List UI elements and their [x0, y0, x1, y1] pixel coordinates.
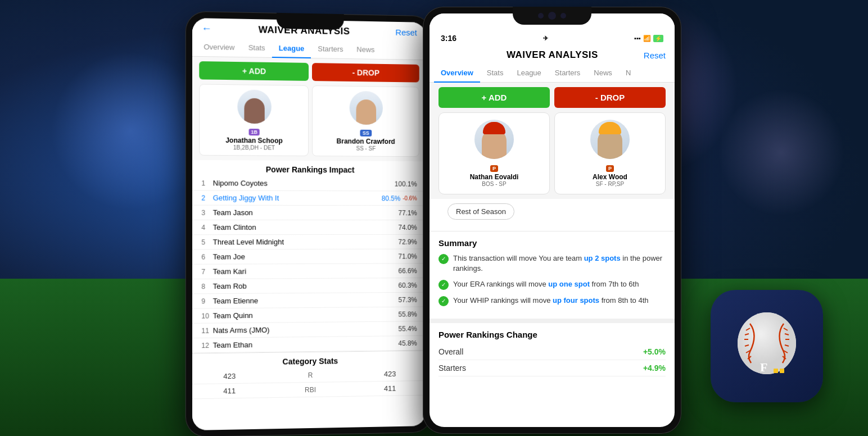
rank-name-1: Nipomo Coyotes	[213, 179, 395, 188]
rank-item-2: 2 Getting Jiggy With It 80.5% -0.6%	[192, 190, 426, 206]
app-icon-container: F	[711, 290, 823, 402]
rankings-list-1: 1 Nipomo Coyotes 100.1% 2 Getting Jiggy …	[192, 176, 426, 353]
pr-value-overall: +5.0%	[643, 347, 666, 356]
highlight-1: up 2 spots	[584, 254, 621, 262]
player-head-add-1	[244, 98, 264, 124]
player-card-drop-2[interactable]: P Alex Wood SF - RP,SP	[554, 112, 666, 194]
phone2-content: 3:16 ✈ ▪▪▪ 📶 ⚡ WAIVER ANALYSIS Reset	[430, 13, 675, 427]
player-name-drop-1: Brandon Crawford	[317, 137, 414, 146]
check-icon-3: ✓	[438, 296, 449, 306]
check-icon-1: ✓	[438, 254, 449, 264]
signal-icon: ▪▪▪	[634, 35, 641, 42]
rank-change-2: -0.6%	[403, 195, 417, 201]
category-stats-section: Category Stats 423 R 423 411 RBI 411	[192, 351, 426, 399]
rank-name-11: Nats Arms (JMO)	[213, 325, 399, 335]
reset-button-1[interactable]: Reset	[395, 28, 417, 38]
tab-overview-2[interactable]: Overview	[434, 64, 480, 83]
phone1-screen: ← WAIVER ANALYSIS Reset Overview Stats L…	[192, 18, 426, 430]
summary-item-3: ✓ Your WHIP rankings will move up four s…	[438, 296, 666, 306]
tab-starters-2[interactable]: Starters	[548, 64, 587, 83]
pr-label-overall: Overall	[438, 347, 463, 356]
back-button[interactable]: ←	[201, 22, 211, 35]
player-head-drop-1	[356, 99, 376, 125]
app-icon-svg: F	[727, 307, 806, 385]
tab-league-2[interactable]: League	[510, 64, 548, 83]
camera-dot-2	[548, 12, 556, 20]
app-icon: F	[711, 290, 823, 402]
pr-title-2: Power Rankings Change	[438, 330, 666, 339]
drop-button-2[interactable]: - DROP	[554, 87, 666, 108]
rank-name-4: Team Clinton	[213, 223, 399, 231]
tab-starters-1[interactable]: Starters	[311, 40, 350, 59]
phone2-tabs: Overview Stats League Starters News N	[430, 64, 675, 83]
gps-icon: ✈	[543, 35, 548, 42]
rank-name-3: Team Jason	[213, 208, 399, 217]
rank-name-9: Team Etienne	[213, 296, 399, 305]
summary-section: Summary ✓ This transaction will move You…	[430, 231, 675, 319]
tab-stats-2[interactable]: Stats	[480, 64, 510, 83]
player-name-add-2: Nathan Eovaldi	[444, 173, 545, 181]
tab-stats-1[interactable]: Stats	[242, 39, 272, 58]
rank-pct-1: 100.1%	[395, 180, 417, 188]
tab-news-2[interactable]: News	[587, 64, 619, 83]
tab-news-1[interactable]: News	[350, 40, 381, 60]
season-btn-container: Rest of Season	[430, 199, 675, 226]
player-name-add-1: Jonathan Schoop	[204, 136, 304, 144]
cat-row-rbi: 411 RBI 411	[192, 381, 426, 399]
player-card-add-2[interactable]: P Nathan Eovaldi BOS - SP	[438, 112, 550, 194]
status-icons: ▪▪▪ 📶 ⚡	[634, 35, 663, 42]
drop-button-1[interactable]: - DROP	[312, 63, 419, 83]
tab-overview-1[interactable]: Overview	[197, 38, 241, 58]
summary-item-1: ✓ This transaction will move You are tea…	[438, 253, 666, 274]
rank-num-9: 9	[201, 297, 213, 305]
cat-right-r: 423	[384, 369, 417, 378]
camera-dot-1	[538, 13, 544, 19]
add-button-1[interactable]: + ADD	[199, 61, 309, 81]
rank-num-12: 12	[201, 341, 213, 349]
cat-right-rbi: 411	[384, 384, 417, 393]
pr-row-starters: Starters +4.9%	[438, 360, 666, 376]
cat-left-rbi: 411	[201, 387, 236, 396]
player-name-drop-2: Alex Wood	[559, 173, 661, 181]
player-pos-drop-2: P	[606, 165, 614, 172]
status-time: 3:16	[441, 34, 456, 43]
app-icon-dot-2	[780, 369, 784, 373]
battery-icon: ⚡	[653, 35, 663, 42]
add-button-2[interactable]: + ADD	[438, 87, 550, 108]
player-pos-add-1: 1B	[248, 129, 260, 135]
rank-pct-8: 60.3%	[398, 281, 417, 289]
player-card-drop-1[interactable]: SS Brandon Crawford SS - SF	[312, 85, 419, 157]
rank-num-4: 4	[201, 223, 213, 231]
player-avatar-add-2	[474, 120, 514, 159]
rank-pct-6: 71.0%	[398, 252, 417, 260]
cat-label-rbi: RBI	[236, 385, 384, 395]
app-icon-dot-1	[774, 369, 778, 373]
player-info-drop-1: SS - SF	[317, 145, 414, 152]
cat-left-r: 423	[201, 372, 236, 381]
player-helmet-add-2	[483, 122, 505, 134]
player-card-add-1[interactable]: 1B Jonathan Schoop 1B,2B,DH - DET	[199, 84, 309, 156]
summary-text-3: Your WHIP rankings will move up four spo…	[453, 296, 649, 306]
rank-name-7: Team Kari	[213, 266, 399, 275]
highlight-3: up four spots	[553, 296, 599, 305]
add-drop-row-1: + ADD - DROP	[192, 57, 426, 87]
rank-pct-5: 72.9%	[398, 238, 417, 246]
rank-pct-9: 57.3%	[398, 296, 417, 303]
rank-name-8: Team Rob	[213, 281, 399, 290]
reset-button-2[interactable]: Reset	[644, 51, 666, 60]
app-icon-f-letter: F	[760, 360, 767, 374]
tab-league-1[interactable]: League	[272, 39, 311, 58]
player-info-add-2: BOS - SP	[444, 181, 545, 187]
player-pos-add-2: P	[490, 165, 498, 172]
season-button[interactable]: Rest of Season	[447, 203, 514, 220]
power-rankings-section-2: Power Rankings Change Overall +5.0% Star…	[430, 319, 675, 383]
rank-num-11: 11	[201, 326, 213, 334]
rank-pct-3: 77.1%	[398, 209, 417, 217]
tab-more-2[interactable]: N	[619, 64, 638, 83]
rank-num-8: 8	[201, 282, 213, 290]
rank-num-7: 7	[201, 267, 213, 275]
power-rankings-title-1: Power Rankings Impact	[192, 160, 426, 177]
player-info-drop-2: SF - RP,SP	[559, 181, 661, 187]
rank-name-2: Getting Jiggy With It	[213, 194, 382, 203]
summary-text-2: Your ERA rankings will move up one spot …	[453, 279, 639, 289]
